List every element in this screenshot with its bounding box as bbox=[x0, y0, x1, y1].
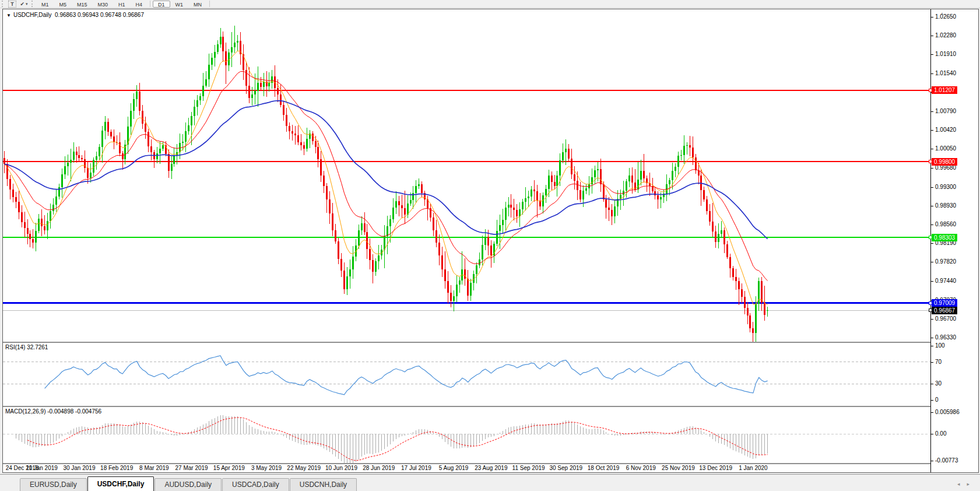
price-line-label: 0.98303 bbox=[932, 234, 957, 241]
date-axis[interactable]: 24 Dec 201811 Jan 201930 Jan 201918 Feb … bbox=[3, 464, 930, 472]
main-price-panel[interactable]: ▼USDCHF,Daily 0.96863 0.96943 0.96748 0.… bbox=[3, 9, 930, 342]
timeframe-button-m5[interactable]: M5 bbox=[54, 1, 72, 8]
price-tick-label: 0.99300 bbox=[935, 184, 956, 191]
date-label: 13 Dec 2019 bbox=[699, 465, 732, 471]
date-label: 3 May 2019 bbox=[251, 465, 282, 471]
timeframe-button-m30[interactable]: M30 bbox=[93, 1, 114, 8]
date-label: 6 Nov 2019 bbox=[626, 465, 656, 471]
price-tick bbox=[931, 17, 933, 17]
price-line-notch bbox=[929, 301, 932, 305]
macd-tick-label: -0.00773 bbox=[935, 457, 958, 464]
macd-tick bbox=[931, 434, 933, 434]
top-toolbar: T ✔ ▾ M1M5M15M30H1H4D1W1MN bbox=[0, 0, 980, 8]
toolbar-separator bbox=[150, 1, 150, 7]
rsi-tick-label: 0 bbox=[935, 397, 939, 404]
rsi-scale[interactable]: 10070300 bbox=[931, 343, 978, 406]
price-tick-label: 0.96330 bbox=[935, 334, 956, 341]
timeframe-button-d1[interactable]: D1 bbox=[153, 1, 170, 8]
tab-audusd[interactable]: AUDUSD,Daily bbox=[154, 478, 222, 491]
price-tick bbox=[931, 149, 933, 149]
price-line-label: 0.99800 bbox=[932, 158, 957, 166]
price-tick bbox=[931, 338, 933, 338]
macd-panel[interactable]: MACD(12,26,9) -0.004898 -0.004756 bbox=[3, 407, 930, 463]
tab-scroll-left-icon[interactable]: ◂ bbox=[957, 481, 967, 487]
tab-scrollers: ◂▸ bbox=[957, 481, 977, 487]
tab-eurusd[interactable]: EURUSD,Daily bbox=[20, 478, 87, 491]
macd-scale[interactable]: 0.0059860.00-0.00773 bbox=[931, 407, 978, 463]
rsi-canvas[interactable] bbox=[3, 343, 930, 406]
price-tick bbox=[931, 262, 933, 262]
price-scale[interactable]: ▴ 1.026501.022801.019101.015401.011701.0… bbox=[930, 9, 978, 472]
price-tick bbox=[931, 225, 933, 225]
date-label: 8 Mar 2019 bbox=[139, 465, 169, 471]
tab-usdcnh[interactable]: USDCNH,Daily bbox=[290, 478, 357, 491]
chart-window: ▼USDCHF,Daily 0.96863 0.96943 0.96748 0.… bbox=[2, 9, 979, 473]
price-tick-label: 0.96700 bbox=[935, 315, 956, 322]
chart-ohlc-values: 0.96863 0.96943 0.96748 0.96867 bbox=[55, 12, 144, 18]
date-label: 23 Aug 2019 bbox=[475, 465, 507, 471]
rsi-tick-label: 100 bbox=[935, 342, 945, 349]
rsi-tick bbox=[931, 346, 933, 346]
timeframe-button-group: M1M5M15M30H1H4D1W1MN bbox=[36, 1, 212, 8]
chart-collapse-icon[interactable]: ▼ bbox=[6, 13, 11, 18]
macd-canvas[interactable] bbox=[3, 407, 930, 463]
rsi-tick-label: 70 bbox=[935, 359, 942, 366]
price-tick bbox=[931, 168, 933, 169]
date-label: 5 Aug 2019 bbox=[439, 465, 469, 471]
price-line-notch bbox=[929, 236, 932, 239]
tab-usdchf[interactable]: USDCHF,Daily bbox=[87, 476, 154, 491]
date-label: 15 Apr 2019 bbox=[213, 465, 245, 471]
price-scale-main[interactable]: 1.026501.022801.019101.015401.011701.007… bbox=[931, 9, 978, 342]
timeframe-button-h4[interactable]: H4 bbox=[131, 1, 148, 8]
rsi-tick-label: 30 bbox=[935, 380, 942, 387]
toolbar-grip[interactable] bbox=[2, 1, 5, 7]
date-label: 30 Sep 2019 bbox=[549, 465, 582, 471]
timeframe-button-m15[interactable]: M15 bbox=[72, 1, 93, 8]
date-label: 11 Sep 2019 bbox=[512, 465, 545, 471]
price-line-notch bbox=[929, 89, 932, 92]
price-tick bbox=[931, 206, 933, 206]
macd-tick-label: 0.005986 bbox=[935, 409, 960, 416]
price-line-label: 0.97009 bbox=[932, 299, 957, 307]
text-tool-icon[interactable]: T bbox=[8, 1, 16, 8]
rsi-panel[interactable]: RSI(14) 32.7261 bbox=[3, 343, 930, 406]
toolbar-separator-end bbox=[209, 1, 210, 7]
price-tick-label: 1.01910 bbox=[935, 51, 956, 58]
price-tick-label: 1.00420 bbox=[935, 127, 956, 134]
date-label: 30 Jan 2019 bbox=[63, 465, 95, 471]
chart-title: ▼USDCHF,Daily 0.96863 0.96943 0.96748 0.… bbox=[6, 12, 144, 18]
candlestick-canvas[interactable] bbox=[3, 9, 930, 342]
date-label: 18 Oct 2019 bbox=[588, 465, 619, 471]
price-tick bbox=[931, 243, 933, 244]
chevron-down-icon: ▾ bbox=[26, 2, 28, 6]
tabs-holder: EURUSD,DailyUSDCHF,DailyAUDUSD,DailyUSDC… bbox=[20, 476, 357, 491]
price-tick-label: 1.02650 bbox=[935, 13, 956, 20]
tabbar-lead-space bbox=[0, 475, 20, 491]
date-label: 17 Jul 2019 bbox=[401, 465, 431, 471]
price-tick-label: 0.98930 bbox=[935, 202, 956, 209]
macd-tick bbox=[931, 412, 933, 413]
price-line-notch bbox=[929, 160, 932, 163]
date-label: 18 Feb 2019 bbox=[100, 465, 133, 471]
tab-scroll-right-icon[interactable]: ▸ bbox=[967, 481, 977, 487]
toolbar-grip-2[interactable] bbox=[31, 1, 34, 7]
price-tick bbox=[931, 36, 933, 36]
tab-usdcad[interactable]: USDCAD,Daily bbox=[222, 478, 289, 491]
date-label: 27 Mar 2019 bbox=[175, 465, 208, 471]
date-label: 10 Jun 2019 bbox=[325, 465, 357, 471]
cursor-tool-icon[interactable]: ✔ ▾ bbox=[20, 1, 28, 8]
date-label: 1 Jan 2020 bbox=[739, 465, 768, 471]
price-tick-label: 0.97440 bbox=[935, 278, 956, 285]
timeframe-button-m1[interactable]: M1 bbox=[36, 1, 54, 8]
price-tick-label: 1.02280 bbox=[935, 32, 956, 39]
price-tick bbox=[931, 281, 933, 282]
rsi-label: RSI(14) 32.7261 bbox=[5, 344, 48, 350]
timeframe-button-h1[interactable]: H1 bbox=[113, 1, 131, 8]
rsi-tick bbox=[931, 362, 933, 363]
timeframe-button-mn[interactable]: MN bbox=[188, 1, 207, 8]
cursor-glyph: ✔ bbox=[20, 1, 24, 7]
macd-tick bbox=[931, 461, 933, 461]
date-label: 11 Jan 2019 bbox=[26, 465, 58, 471]
timeframe-button-w1[interactable]: W1 bbox=[170, 1, 189, 8]
rsi-tick bbox=[931, 400, 933, 401]
